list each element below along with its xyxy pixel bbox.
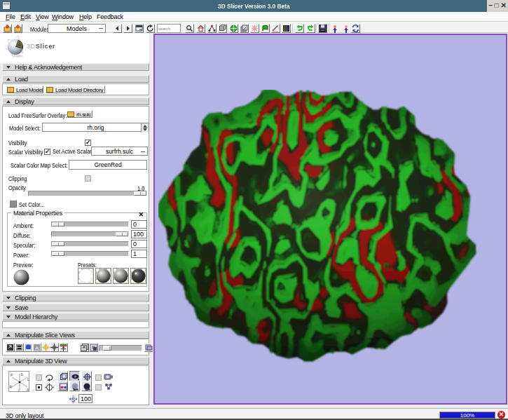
svg-text:I: I [18,388,19,393]
svg-text:S: S [21,372,24,377]
svg-text:S: S [71,396,76,403]
svg-text:A: A [35,345,39,351]
svg-text:A: A [27,388,29,392]
svg-text:R: R [10,385,13,389]
svg-text:P: P [11,373,13,377]
svg-text:L: L [27,377,29,381]
